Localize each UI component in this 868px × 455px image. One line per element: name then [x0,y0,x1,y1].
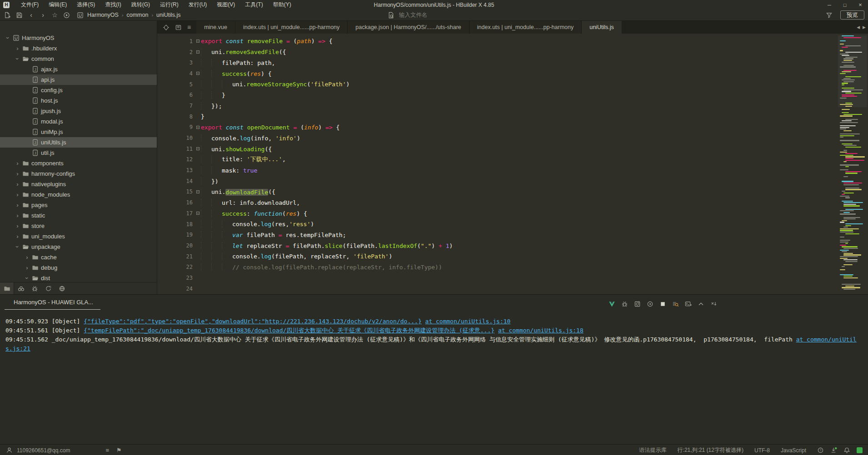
tree-item-components[interactable]: ›components [0,158,157,168]
tree-chevron-icon[interactable]: › [14,45,21,51]
fold-marker-icon[interactable] [195,72,201,75]
new-terminal-icon[interactable] [684,301,692,307]
tree-chevron-icon[interactable]: › [5,35,11,41]
statusbar-account[interactable]: 1109260651@qq.com [5,447,70,454]
doccard-icon[interactable] [175,24,182,31]
flag-icon[interactable]: ⚑ [116,447,122,454]
code-line-3[interactable]: 3filePath: path, [157,57,868,68]
tree-item-static[interactable]: ›static [0,210,157,221]
editor-tab-package.json[interactable]: package.json | HarmonyOS/....../uts-shar… [348,21,469,34]
tree-item-HarmonyOS[interactable]: ›HarmonyOS [0,33,157,43]
code-line-21[interactable]: 21console.log(filePath, replaceStr, 'fil… [157,251,868,262]
restart-app-icon[interactable] [634,301,641,307]
code-line-20[interactable]: 20let replaceStr = filePath.slice(filePa… [157,240,868,251]
run-icon[interactable] [63,12,70,19]
tree-item-nativeplugins[interactable]: ›nativeplugins [0,179,157,189]
fold-marker-icon[interactable] [195,50,201,54]
tree-item-harmony-configs[interactable]: ›harmony-configs [0,168,157,179]
clear-console-icon[interactable] [710,301,718,307]
code-line-11[interactable]: 11uni.showLoading({ [157,143,868,154]
fold-marker-icon[interactable] [195,190,201,193]
tree-item-debug[interactable]: ›debug [0,262,157,273]
code-line-7[interactable]: 7}); [157,100,868,111]
tree-chevron-icon[interactable]: › [24,265,30,271]
code-line-10[interactable]: 10console.log(info, 'info') [157,133,868,143]
panel-tab-files-icon[interactable] [0,282,14,294]
tree-item-jpush.js[interactable]: Jjpush.js [0,106,157,116]
fold-marker-icon[interactable] [195,147,201,150]
tree-chevron-icon[interactable]: › [14,202,21,208]
tree-item-pages[interactable]: ›pages [0,200,157,210]
cursor-position[interactable]: 行:21,列:21 (12字符被选择) [678,446,743,454]
tree-item-store[interactable]: ›store [0,221,157,231]
menu-item[interactable]: 编辑(E) [44,0,72,10]
tree-item-dist[interactable]: ›dist [0,273,157,282]
menu-item[interactable]: 查找(I) [100,0,126,10]
code-line-24[interactable]: 24 [157,283,868,294]
tree-item-ajax.js[interactable]: Jajax.js [0,64,157,74]
code-line-16[interactable]: 16url: info.downloadUrl, [157,197,868,208]
code-line-5[interactable]: 5uni.removeStorageSync('filePath') [157,79,868,90]
burger-icon[interactable]: ≡ [187,24,191,31]
minimap[interactable] [839,35,866,292]
code-line-15[interactable]: 15uni.downloadFile({ [157,187,868,198]
code-line-12[interactable]: 12title: '下载中...', [157,154,868,165]
notification-bell-icon[interactable] [843,447,850,454]
tree-item-util.js[interactable]: Jutil.js [0,148,157,158]
help-icon[interactable]: ? [817,447,824,454]
tree-chevron-icon[interactable]: › [14,213,21,218]
menu-item[interactable]: 视图(V) [212,0,240,10]
debug-icon[interactable] [621,301,629,307]
star-icon[interactable]: ☆ [51,11,59,19]
tree-chevron-icon[interactable]: › [14,181,21,187]
breadcrumb-folder[interactable]: common [126,12,148,18]
tree-item-.hbuilderx[interactable]: ›.hbuilderx [0,43,157,54]
tree-item-cache[interactable]: ›cache [0,252,157,262]
tab-scroll-right-icon[interactable]: ▶ [863,25,866,30]
back-icon[interactable]: ‹ [27,11,35,19]
tree-item-common[interactable]: ›common [0,54,157,64]
code-line-8[interactable]: 8} [157,111,868,122]
stop-icon[interactable] [659,301,667,307]
collapse-panel-icon[interactable] [697,301,705,307]
filter-icon[interactable] [825,12,833,19]
language-label[interactable]: JavaScript [781,447,806,454]
file-search-input[interactable] [398,11,477,19]
tree-item-uniMp.js[interactable]: JuniMp.js [0,127,157,137]
code-line-23[interactable]: 23 [157,272,868,283]
preview-button[interactable]: 预览 [840,10,864,20]
log-object-link[interactable]: {"fileType":"pdf","type":"openFile","dow… [84,318,422,325]
maximize-button[interactable]: □ [837,0,853,10]
replay-icon[interactable] [646,301,654,307]
code-line-18[interactable]: 18console.log(res,'ress') [157,219,868,230]
console-tab[interactable]: HarmonyOS - HUAWEI GLA... [14,298,93,310]
vue-devtools-icon[interactable] [608,301,616,307]
log-search-icon[interactable] [672,301,679,307]
menu-item[interactable]: 跳转(G) [126,0,155,10]
code-line-19[interactable]: 19var filePath = res.tempFilePath; [157,229,868,240]
code-line-13[interactable]: 13mask: true [157,165,868,176]
save-icon[interactable] [15,12,23,19]
code-line-6[interactable]: 6} [157,89,868,100]
new-file-icon[interactable] [4,12,11,19]
panel-tab-search-icon[interactable] [14,282,28,294]
locate-icon[interactable] [163,24,170,31]
panel-tab-debug-icon[interactable] [28,282,41,294]
tree-chevron-icon[interactable]: › [14,171,21,177]
fold-marker-icon[interactable] [195,40,201,43]
editor-tab-uniUtils.js[interactable]: uniUtils.js [582,21,622,34]
tree-item-config.js[interactable]: Jconfig.js [0,85,157,95]
tree-item-uniUtils.js[interactable]: JuniUtils.js [0,137,157,148]
code-line-22[interactable]: 22// console.log(filePath.replace(replac… [157,262,868,272]
tree-chevron-icon[interactable]: › [15,55,20,62]
menu-item[interactable]: 文件(F) [16,0,44,10]
tree-chevron-icon[interactable]: › [24,254,30,260]
code-line-2[interactable]: 2uni.removeSavedFile({ [157,47,868,58]
tree-chevron-icon[interactable]: › [14,192,21,198]
close-button[interactable]: × [853,0,868,10]
menu-item[interactable]: 发行(U) [184,0,212,10]
editor-tab-mine.vue[interactable]: mine.vue [196,21,235,34]
tree-item-modal.js[interactable]: Jmodal.js [0,116,157,127]
menu-item[interactable]: 帮助(Y) [268,0,296,10]
code-line-4[interactable]: 4success(res) { [157,68,868,79]
